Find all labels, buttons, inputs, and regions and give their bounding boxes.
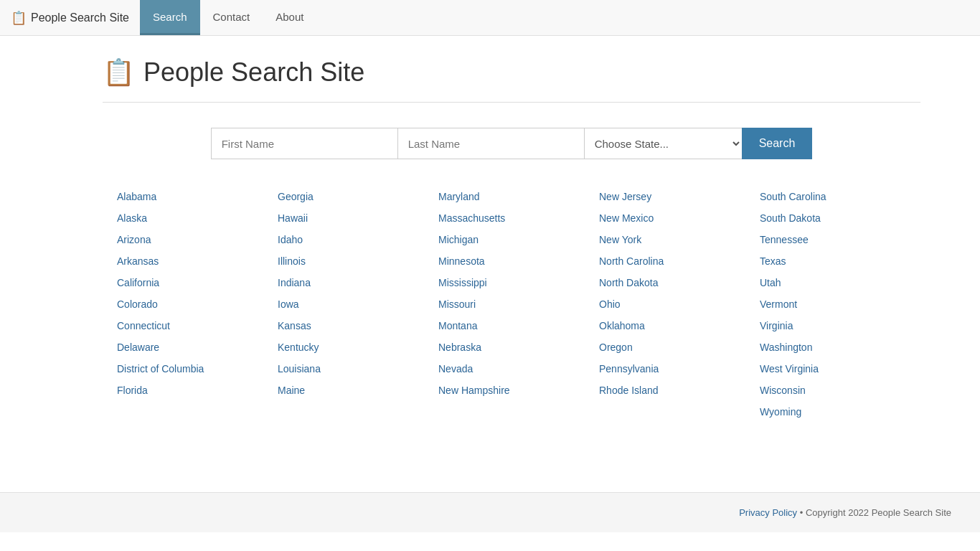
state-link[interactable]: North Carolina — [599, 253, 760, 270]
state-link[interactable]: Washington — [760, 339, 920, 356]
state-link[interactable]: Rhode Island — [599, 382, 760, 399]
brand-icon: 📋 — [11, 10, 27, 26]
state-link[interactable]: Kentucky — [278, 339, 438, 356]
first-name-input[interactable] — [211, 128, 397, 159]
nav-item-search[interactable]: Search — [140, 0, 200, 35]
state-link[interactable]: West Virginia — [760, 360, 920, 377]
state-link[interactable]: Wyoming — [760, 403, 920, 420]
state-link[interactable]: Idaho — [278, 231, 438, 248]
state-link[interactable]: Alabama — [117, 188, 278, 205]
main-content: 📋 People Search Site Choose State... Ala… — [31, 36, 949, 449]
state-link[interactable]: Massachusetts — [438, 209, 599, 227]
footer-copyright: • Copyright 2022 People Search Site — [800, 507, 951, 518]
state-link[interactable]: Nebraska — [438, 339, 599, 356]
state-link[interactable]: Missouri — [438, 296, 599, 313]
state-link[interactable]: New Mexico — [599, 209, 760, 227]
state-link[interactable]: Nevada — [438, 360, 599, 377]
state-link[interactable]: Tennessee — [760, 231, 920, 248]
state-link[interactable]: North Dakota — [599, 274, 760, 291]
state-link[interactable]: New Jersey — [599, 188, 760, 205]
state-link[interactable]: Louisiana — [278, 360, 438, 377]
state-link[interactable]: Michigan — [438, 231, 599, 248]
states-col-2: GeorgiaHawaiiIdahoIllinoisIndianaIowaKan… — [278, 188, 438, 420]
state-link[interactable]: Illinois — [278, 253, 438, 270]
navbar: 📋 People Search Site Search Contact Abou… — [0, 0, 980, 36]
state-link[interactable]: Iowa — [278, 296, 438, 313]
state-link[interactable]: Delaware — [117, 339, 278, 356]
state-link[interactable]: New York — [599, 231, 760, 248]
state-link[interactable]: Arizona — [117, 231, 278, 248]
state-link[interactable]: Maine — [278, 382, 438, 399]
state-link[interactable]: Indiana — [278, 274, 438, 291]
state-link[interactable]: South Carolina — [760, 188, 920, 205]
navbar-nav: Search Contact About — [140, 0, 316, 35]
state-link[interactable]: Alaska — [117, 209, 278, 227]
state-link[interactable]: Utah — [760, 274, 920, 291]
state-link[interactable]: Texas — [760, 253, 920, 270]
state-link[interactable]: Kansas — [278, 317, 438, 334]
page-header-icon: 📋 — [103, 57, 135, 88]
state-link[interactable]: Hawaii — [278, 209, 438, 227]
states-grid: AlabamaAlaskaArizonaArkansasCaliforniaCo… — [103, 188, 920, 420]
state-link[interactable]: Colorado — [117, 296, 278, 313]
state-link[interactable]: Vermont — [760, 296, 920, 313]
search-button[interactable]: Search — [742, 128, 813, 159]
states-col-1: AlabamaAlaskaArizonaArkansasCaliforniaCo… — [117, 188, 278, 420]
states-col-5: South CarolinaSouth DakotaTennesseeTexas… — [760, 188, 920, 420]
state-link[interactable]: Pennsylvania — [599, 360, 760, 377]
last-name-input[interactable] — [397, 128, 584, 159]
state-link[interactable]: Minnesota — [438, 253, 599, 270]
state-link[interactable]: California — [117, 274, 278, 291]
state-link[interactable]: Oregon — [599, 339, 760, 356]
state-link[interactable]: District of Columbia — [117, 360, 278, 377]
header-divider — [103, 102, 920, 103]
state-link[interactable]: Virginia — [760, 317, 920, 334]
navbar-brand-label: People Search Site — [31, 11, 129, 24]
state-link[interactable]: Ohio — [599, 296, 760, 313]
state-select[interactable]: Choose State... AlabamaAlaskaArizonaArka… — [584, 128, 742, 159]
state-link[interactable]: Montana — [438, 317, 599, 334]
state-link[interactable]: Wisconsin — [760, 382, 920, 399]
state-link[interactable]: Mississippi — [438, 274, 599, 291]
state-link[interactable]: Georgia — [278, 188, 438, 205]
state-link[interactable]: New Hampshire — [438, 382, 599, 399]
navbar-brand[interactable]: 📋 People Search Site — [0, 0, 140, 35]
privacy-policy-link[interactable]: Privacy Policy — [739, 507, 797, 518]
state-link[interactable]: Maryland — [438, 188, 599, 205]
nav-item-contact[interactable]: Contact — [200, 0, 263, 35]
page-title: People Search Site — [143, 57, 364, 88]
search-form: Choose State... AlabamaAlaskaArizonaArka… — [103, 128, 920, 159]
nav-item-about[interactable]: About — [263, 0, 316, 35]
states-col-3: MarylandMassachusettsMichiganMinnesotaMi… — [438, 188, 599, 420]
footer: Privacy Policy • Copyright 2022 People S… — [0, 492, 980, 532]
state-link[interactable]: Oklahoma — [599, 317, 760, 334]
state-link[interactable]: Arkansas — [117, 253, 278, 270]
page-header: 📋 People Search Site — [103, 57, 920, 88]
state-link[interactable]: South Dakota — [760, 209, 920, 227]
states-col-4: New JerseyNew MexicoNew YorkNorth Caroli… — [599, 188, 760, 420]
state-link[interactable]: Florida — [117, 382, 278, 399]
state-link[interactable]: Connecticut — [117, 317, 278, 334]
